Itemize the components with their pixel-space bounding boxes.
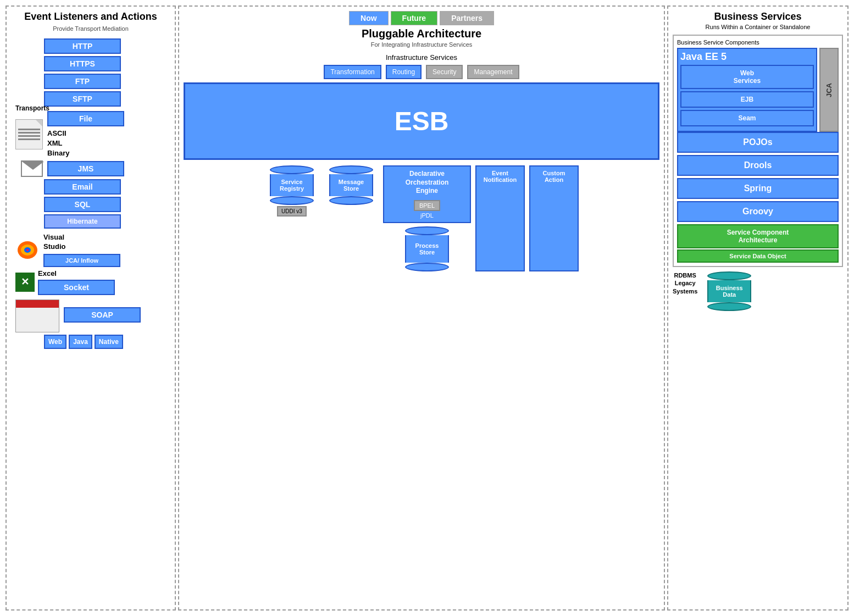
right-subtitle: Runs Within a Container or Standalone — [673, 24, 843, 30]
process-top — [405, 226, 449, 235]
web-services-label: WebServices — [734, 69, 761, 85]
cylinder-top-2 — [329, 165, 373, 174]
cylinder-bottom — [270, 196, 314, 205]
jca-inflow-button[interactable]: JCA/ Inflow — [43, 254, 120, 267]
web-screenshot-icon — [15, 299, 59, 332]
hibernate-button[interactable]: Hibernate — [44, 214, 121, 229]
java-ee-label: Java EE 5 — [680, 51, 814, 63]
message-store-label: MessageStore — [339, 179, 364, 192]
orchestration-wrapper: DeclarativeOrchestrationEngine BPEL jPDL… — [383, 165, 471, 271]
middle-title: Pluggable Architecture — [184, 27, 659, 40]
esb-box: ESB — [184, 82, 659, 160]
right-panel: Business Services Runs Within a Containe… — [667, 5, 849, 611]
bottom-components: ServiceRegistry UDDI v3 MessageStore Dec… — [184, 165, 659, 271]
java-ee-section: Java EE 5 WebServices EJB Seam JCA — [677, 48, 839, 132]
ejb-box: EJB — [680, 91, 814, 108]
excel-section: ✕ Excel Socket — [11, 269, 170, 295]
bd-body: Business Data — [707, 280, 751, 302]
file-icon — [15, 119, 43, 149]
http-button[interactable]: HTTP — [44, 38, 121, 54]
rdbms-label: RDBMSLegacySystems — [673, 271, 697, 295]
drools-btn[interactable]: Drools — [677, 155, 839, 176]
bottom-right: RDBMSLegacySystems Business Data — [673, 271, 843, 311]
transport-buttons-group: HTTP HTTPS FTP SFTP — [44, 38, 170, 107]
seam-box: Seam — [680, 110, 814, 126]
routing-btn[interactable]: Routing — [386, 65, 422, 79]
excel-icon: ✕ — [15, 273, 35, 292]
web-button[interactable]: Web — [44, 335, 66, 349]
bd-bottom — [707, 302, 751, 311]
process-store-cylinder: ProcessStore — [400, 226, 454, 271]
sql-button[interactable]: SQL — [44, 197, 121, 212]
business-data-label: Business Data — [711, 285, 748, 298]
event-notification-box: EventNotification — [475, 165, 525, 271]
custom-action-box: CustomAction — [529, 165, 579, 271]
middle-subtitle: For Integrating Infrastructure Services — [184, 41, 659, 48]
bsc-title: Business Service Components — [677, 39, 839, 46]
sdo-box: Service Data Object — [677, 249, 839, 263]
message-store-cylinder: MessageStore — [324, 165, 379, 271]
bsc-container: Business Service Components Java EE 5 We… — [673, 35, 843, 267]
orchestration-title: DeclarativeOrchestrationEngine — [386, 170, 468, 196]
https-button[interactable]: HTTPS — [44, 56, 121, 71]
sca-label: Service ComponentArchitecture — [727, 229, 789, 244]
vs-logo-icon — [15, 239, 40, 261]
business-data-cylinder: Business Data — [702, 271, 757, 311]
infra-label: Infrastructure Services — [184, 53, 659, 62]
cylinder-body-2: MessageStore — [329, 174, 373, 196]
service-registry-cylinder: ServiceRegistry UDDI v3 — [264, 165, 319, 271]
email-button[interactable]: Email — [44, 179, 121, 195]
bpel-box: BPEL — [414, 200, 440, 211]
cylinder-bottom-2 — [329, 196, 373, 205]
ftp-button[interactable]: FTP — [44, 74, 121, 89]
security-btn[interactable]: Security — [426, 65, 463, 79]
middle-panel: Now Future Partners Pluggable Architectu… — [178, 5, 665, 611]
left-panel-subtitle: Provide Transport Mediation — [11, 25, 170, 32]
excel-label: Excel — [38, 269, 115, 278]
sftp-button[interactable]: SFTP — [44, 91, 121, 107]
svg-point-3 — [26, 249, 29, 251]
spring-btn[interactable]: Spring — [677, 178, 839, 199]
jms-row: JMS — [11, 160, 170, 177]
management-btn[interactable]: Management — [467, 65, 519, 79]
infra-services-row: Transformation Routing Security Manageme… — [184, 65, 659, 79]
cylinder-body: ServiceRegistry — [270, 174, 314, 196]
envelope-icon — [21, 160, 43, 177]
ascii-section: File ASCII XML Binary — [11, 111, 170, 159]
jca-box: JCA — [819, 48, 839, 132]
bd-top — [707, 271, 751, 280]
uddi-label: UDDI v3 — [277, 206, 307, 217]
bottom-transport-buttons: Web Java Native — [44, 335, 170, 349]
process-bottom — [405, 263, 449, 271]
orchestration-inner: BPEL jPDL — [386, 198, 468, 219]
jpdl-label: jPDL — [386, 212, 468, 219]
soap-button[interactable]: SOAP — [64, 307, 141, 323]
visual-studio-section: VisualStudio JCA/ Inflow — [11, 233, 170, 267]
legend-future: Future — [391, 11, 438, 25]
ascii-labels: ASCII XML Binary — [47, 129, 124, 159]
pojos-btn[interactable]: POJOs — [677, 132, 839, 153]
java-ee-inner: Java EE 5 WebServices EJB Seam — [677, 48, 817, 132]
transports-label: Transports — [15, 104, 49, 112]
native-button[interactable]: Native — [95, 335, 123, 349]
left-panel: Event Listeners and Actions Provide Tran… — [5, 5, 176, 611]
process-store-label: ProcessStore — [415, 242, 439, 256]
process-store-wrapper: ProcessStore — [400, 226, 454, 271]
right-title: Business Services — [673, 11, 843, 23]
java-button[interactable]: Java — [69, 335, 92, 349]
custom-action-label: CustomAction — [543, 170, 565, 183]
jms-button[interactable]: JMS — [47, 161, 124, 176]
process-body: ProcessStore — [405, 235, 449, 263]
legend-partners: Partners — [440, 11, 494, 25]
web-services-box: WebServices — [680, 65, 814, 89]
socket-button[interactable]: Socket — [38, 280, 115, 295]
event-notification-label: EventNotification — [484, 170, 517, 183]
groovy-btn[interactable]: Groovy — [677, 201, 839, 222]
legend-now: Now — [349, 11, 389, 25]
service-registry-label: ServiceRegistry — [280, 179, 304, 192]
vs-label: VisualStudio — [43, 233, 120, 252]
legend-row: Now Future Partners — [184, 11, 659, 25]
transformation-btn[interactable]: Transformation — [324, 65, 381, 79]
left-panel-title: Event Listeners and Actions — [11, 11, 170, 23]
file-button[interactable]: File — [47, 111, 124, 126]
